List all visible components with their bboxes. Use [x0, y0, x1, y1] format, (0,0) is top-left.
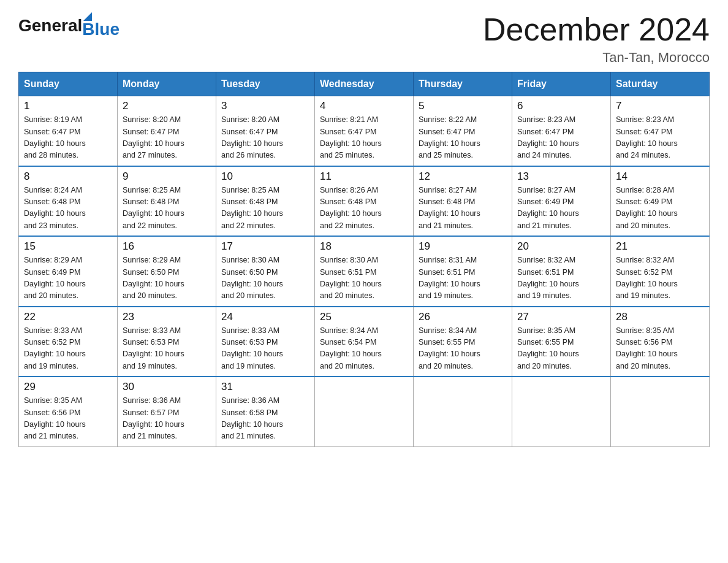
day-number: 29 [24, 381, 112, 393]
calendar-cell: 20Sunrise: 8:32 AMSunset: 6:51 PMDayligh… [512, 236, 611, 307]
day-number: 3 [221, 100, 309, 112]
day-number: 12 [419, 170, 507, 183]
day-info: Sunrise: 8:25 AMSunset: 6:48 PMDaylight:… [123, 185, 211, 232]
day-info: Sunrise: 8:32 AMSunset: 6:51 PMDaylight:… [517, 255, 605, 302]
calendar-cell: 4Sunrise: 8:21 AMSunset: 6:47 PMDaylight… [315, 96, 414, 166]
title-area: December 2024 Tan-Tan, Morocco [483, 12, 710, 66]
logo-general-text: General [18, 16, 82, 36]
calendar-cell: 5Sunrise: 8:22 AMSunset: 6:47 PMDaylight… [414, 96, 512, 166]
calendar-cell: 22Sunrise: 8:33 AMSunset: 6:52 PMDayligh… [19, 307, 118, 377]
day-number: 19 [419, 240, 507, 253]
day-number: 20 [517, 240, 605, 253]
calendar-cell: 29Sunrise: 8:35 AMSunset: 6:56 PMDayligh… [19, 377, 118, 446]
calendar-header-monday: Monday [118, 72, 216, 96]
day-info: Sunrise: 8:23 AMSunset: 6:47 PMDaylight:… [616, 114, 704, 162]
calendar-cell: 8Sunrise: 8:24 AMSunset: 6:48 PMDaylight… [19, 166, 118, 237]
day-info: Sunrise: 8:21 AMSunset: 6:47 PMDaylight:… [320, 114, 408, 162]
day-info: Sunrise: 8:20 AMSunset: 6:47 PMDaylight:… [221, 114, 309, 162]
day-info: Sunrise: 8:30 AMSunset: 6:51 PMDaylight:… [320, 255, 408, 302]
day-number: 15 [24, 240, 112, 253]
day-number: 11 [320, 170, 408, 183]
day-number: 7 [616, 100, 704, 112]
day-info: Sunrise: 8:32 AMSunset: 6:52 PMDaylight:… [616, 255, 704, 302]
calendar-header-wednesday: Wednesday [315, 72, 414, 96]
day-number: 18 [320, 240, 408, 253]
day-info: Sunrise: 8:23 AMSunset: 6:47 PMDaylight:… [517, 114, 605, 162]
day-info: Sunrise: 8:27 AMSunset: 6:48 PMDaylight:… [419, 185, 507, 232]
day-number: 2 [123, 100, 211, 112]
day-number: 23 [123, 311, 211, 323]
calendar-cell: 2Sunrise: 8:20 AMSunset: 6:47 PMDaylight… [118, 96, 216, 166]
calendar-cell: 9Sunrise: 8:25 AMSunset: 6:48 PMDaylight… [118, 166, 216, 237]
calendar-cell: 19Sunrise: 8:31 AMSunset: 6:51 PMDayligh… [414, 236, 512, 307]
day-info: Sunrise: 8:20 AMSunset: 6:47 PMDaylight:… [123, 114, 211, 162]
calendar-cell: 10Sunrise: 8:25 AMSunset: 6:48 PMDayligh… [216, 166, 315, 237]
calendar-table: SundayMondayTuesdayWednesdayThursdayFrid… [18, 72, 710, 447]
calendar-week-row: 22Sunrise: 8:33 AMSunset: 6:52 PMDayligh… [19, 307, 710, 377]
day-info: Sunrise: 8:22 AMSunset: 6:47 PMDaylight:… [419, 114, 507, 162]
day-info: Sunrise: 8:34 AMSunset: 6:54 PMDaylight:… [320, 325, 408, 373]
day-number: 30 [123, 381, 211, 393]
calendar-cell: 3Sunrise: 8:20 AMSunset: 6:47 PMDaylight… [216, 96, 315, 166]
day-number: 10 [221, 170, 309, 183]
day-number: 22 [24, 311, 112, 323]
day-info: Sunrise: 8:35 AMSunset: 6:56 PMDaylight:… [24, 395, 112, 443]
calendar-cell: 14Sunrise: 8:28 AMSunset: 6:49 PMDayligh… [611, 166, 710, 237]
calendar-header-tuesday: Tuesday [216, 72, 315, 96]
calendar-cell: 17Sunrise: 8:30 AMSunset: 6:50 PMDayligh… [216, 236, 315, 307]
day-number: 26 [419, 311, 507, 323]
day-info: Sunrise: 8:33 AMSunset: 6:53 PMDaylight:… [221, 325, 309, 373]
day-info: Sunrise: 8:33 AMSunset: 6:53 PMDaylight:… [123, 325, 211, 373]
day-info: Sunrise: 8:19 AMSunset: 6:47 PMDaylight:… [24, 114, 112, 162]
calendar-cell: 12Sunrise: 8:27 AMSunset: 6:48 PMDayligh… [414, 166, 512, 237]
day-info: Sunrise: 8:29 AMSunset: 6:50 PMDaylight:… [123, 255, 211, 302]
day-info: Sunrise: 8:35 AMSunset: 6:56 PMDaylight:… [616, 325, 704, 373]
day-number: 4 [320, 100, 408, 112]
calendar-week-row: 29Sunrise: 8:35 AMSunset: 6:56 PMDayligh… [19, 377, 710, 446]
calendar-cell: 23Sunrise: 8:33 AMSunset: 6:53 PMDayligh… [118, 307, 216, 377]
day-info: Sunrise: 8:33 AMSunset: 6:52 PMDaylight:… [24, 325, 112, 373]
calendar-cell: 15Sunrise: 8:29 AMSunset: 6:49 PMDayligh… [19, 236, 118, 307]
day-info: Sunrise: 8:30 AMSunset: 6:50 PMDaylight:… [221, 255, 309, 302]
calendar-cell: 16Sunrise: 8:29 AMSunset: 6:50 PMDayligh… [118, 236, 216, 307]
day-info: Sunrise: 8:25 AMSunset: 6:48 PMDaylight:… [221, 185, 309, 232]
calendar-header-row: SundayMondayTuesdayWednesdayThursdayFrid… [19, 72, 710, 96]
day-info: Sunrise: 8:29 AMSunset: 6:49 PMDaylight:… [24, 255, 112, 302]
day-number: 24 [221, 311, 309, 323]
day-number: 13 [517, 170, 605, 183]
calendar-week-row: 8Sunrise: 8:24 AMSunset: 6:48 PMDaylight… [19, 166, 710, 237]
calendar-cell: 7Sunrise: 8:23 AMSunset: 6:47 PMDaylight… [611, 96, 710, 166]
day-number: 1 [24, 100, 112, 112]
logo-blue-text: Blue [82, 20, 119, 39]
day-number: 9 [123, 170, 211, 183]
logo-blue-part: Blue [82, 12, 119, 39]
calendar-cell: 28Sunrise: 8:35 AMSunset: 6:56 PMDayligh… [611, 307, 710, 377]
calendar-header-thursday: Thursday [414, 72, 512, 96]
calendar-cell: 31Sunrise: 8:36 AMSunset: 6:58 PMDayligh… [216, 377, 315, 446]
day-info: Sunrise: 8:36 AMSunset: 6:57 PMDaylight:… [123, 395, 211, 443]
logo: General Blue [18, 12, 119, 39]
day-number: 16 [123, 240, 211, 253]
calendar-cell: 26Sunrise: 8:34 AMSunset: 6:55 PMDayligh… [414, 307, 512, 377]
calendar-cell [414, 377, 512, 446]
calendar-cell [611, 377, 710, 446]
day-info: Sunrise: 8:27 AMSunset: 6:49 PMDaylight:… [517, 185, 605, 232]
calendar-cell: 11Sunrise: 8:26 AMSunset: 6:48 PMDayligh… [315, 166, 414, 237]
calendar-header-saturday: Saturday [611, 72, 710, 96]
day-number: 5 [419, 100, 507, 112]
day-number: 21 [616, 240, 704, 253]
calendar-cell: 30Sunrise: 8:36 AMSunset: 6:57 PMDayligh… [118, 377, 216, 446]
calendar-cell: 18Sunrise: 8:30 AMSunset: 6:51 PMDayligh… [315, 236, 414, 307]
day-info: Sunrise: 8:34 AMSunset: 6:55 PMDaylight:… [419, 325, 507, 373]
calendar-cell: 27Sunrise: 8:35 AMSunset: 6:55 PMDayligh… [512, 307, 611, 377]
calendar-header-sunday: Sunday [19, 72, 118, 96]
month-title: December 2024 [483, 12, 710, 47]
day-info: Sunrise: 8:35 AMSunset: 6:55 PMDaylight:… [517, 325, 605, 373]
calendar-week-row: 15Sunrise: 8:29 AMSunset: 6:49 PMDayligh… [19, 236, 710, 307]
day-number: 14 [616, 170, 704, 183]
calendar-week-row: 1Sunrise: 8:19 AMSunset: 6:47 PMDaylight… [19, 96, 710, 166]
day-info: Sunrise: 8:28 AMSunset: 6:49 PMDaylight:… [616, 185, 704, 232]
day-number: 6 [517, 100, 605, 112]
calendar-cell: 1Sunrise: 8:19 AMSunset: 6:47 PMDaylight… [19, 96, 118, 166]
day-info: Sunrise: 8:24 AMSunset: 6:48 PMDaylight:… [24, 185, 112, 232]
